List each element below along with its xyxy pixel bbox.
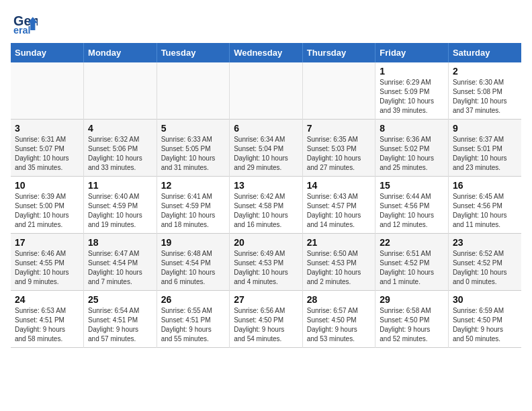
day-info: Sunrise: 6:36 AMSunset: 5:02 PMDaylight:… bbox=[380, 135, 444, 173]
calendar-table: SundayMondayTuesdayWednesdayThursdayFrid… bbox=[11, 43, 521, 348]
calendar-cell: 20Sunrise: 6:49 AMSunset: 4:53 PMDayligh… bbox=[230, 234, 303, 291]
day-info: Sunrise: 6:44 AMSunset: 4:56 PMDaylight:… bbox=[380, 192, 444, 230]
calendar-cell: 27Sunrise: 6:56 AMSunset: 4:50 PMDayligh… bbox=[230, 291, 303, 348]
day-number: 6 bbox=[234, 123, 298, 134]
day-number: 14 bbox=[307, 180, 371, 191]
day-number: 12 bbox=[161, 180, 226, 191]
weekday-header-saturday: Saturday bbox=[448, 43, 521, 62]
calendar-body: 1Sunrise: 6:29 AMSunset: 5:09 PMDaylight… bbox=[11, 62, 521, 348]
day-number: 4 bbox=[88, 123, 152, 134]
day-info: Sunrise: 6:29 AMSunset: 5:09 PMDaylight:… bbox=[380, 78, 444, 116]
day-info: Sunrise: 6:37 AMSunset: 5:01 PMDaylight:… bbox=[453, 135, 517, 173]
calendar-cell: 15Sunrise: 6:44 AMSunset: 4:56 PMDayligh… bbox=[375, 177, 449, 234]
calendar-cell: 16Sunrise: 6:45 AMSunset: 4:56 PMDayligh… bbox=[448, 177, 521, 234]
day-number: 15 bbox=[380, 180, 444, 191]
day-number: 22 bbox=[380, 237, 444, 248]
day-info: Sunrise: 6:35 AMSunset: 5:03 PMDaylight:… bbox=[307, 135, 371, 173]
weekday-header-tuesday: Tuesday bbox=[157, 43, 230, 62]
day-number: 25 bbox=[88, 294, 152, 305]
day-info: Sunrise: 6:40 AMSunset: 4:59 PMDaylight:… bbox=[88, 192, 152, 230]
weekday-header-sunday: Sunday bbox=[11, 43, 84, 62]
day-info: Sunrise: 6:55 AMSunset: 4:51 PMDaylight:… bbox=[161, 306, 226, 344]
day-info: Sunrise: 6:45 AMSunset: 4:56 PMDaylight:… bbox=[453, 192, 517, 230]
calendar-cell: 8Sunrise: 6:36 AMSunset: 5:02 PMDaylight… bbox=[375, 120, 449, 177]
day-info: Sunrise: 6:46 AMSunset: 4:55 PMDaylight:… bbox=[15, 249, 79, 287]
day-number: 21 bbox=[307, 237, 371, 248]
day-info: Sunrise: 6:59 AMSunset: 4:50 PMDaylight:… bbox=[453, 306, 517, 344]
calendar-week-5: 24Sunrise: 6:53 AMSunset: 4:51 PMDayligh… bbox=[11, 291, 521, 348]
day-info: Sunrise: 6:58 AMSunset: 4:50 PMDaylight:… bbox=[380, 306, 444, 344]
calendar-week-3: 10Sunrise: 6:39 AMSunset: 5:00 PMDayligh… bbox=[11, 177, 521, 234]
calendar-cell: 24Sunrise: 6:53 AMSunset: 4:51 PMDayligh… bbox=[11, 291, 84, 348]
day-info: Sunrise: 6:56 AMSunset: 4:50 PMDaylight:… bbox=[234, 306, 298, 344]
calendar-cell: 14Sunrise: 6:43 AMSunset: 4:57 PMDayligh… bbox=[302, 177, 375, 234]
calendar-cell: 10Sunrise: 6:39 AMSunset: 5:00 PMDayligh… bbox=[11, 177, 84, 234]
day-number: 27 bbox=[234, 294, 298, 305]
logo: Gen eral bbox=[13, 12, 40, 36]
calendar-cell: 5Sunrise: 6:33 AMSunset: 5:05 PMDaylight… bbox=[157, 120, 230, 177]
weekday-row: SundayMondayTuesdayWednesdayThursdayFrid… bbox=[11, 43, 521, 62]
weekday-header-friday: Friday bbox=[375, 43, 449, 62]
day-info: Sunrise: 6:54 AMSunset: 4:51 PMDaylight:… bbox=[88, 306, 152, 344]
day-number: 19 bbox=[161, 237, 226, 248]
day-number: 20 bbox=[234, 237, 298, 248]
day-info: Sunrise: 6:34 AMSunset: 5:04 PMDaylight:… bbox=[234, 135, 298, 173]
calendar-cell: 1Sunrise: 6:29 AMSunset: 5:09 PMDaylight… bbox=[375, 62, 449, 120]
day-info: Sunrise: 6:33 AMSunset: 5:05 PMDaylight:… bbox=[161, 135, 226, 173]
day-info: Sunrise: 6:31 AMSunset: 5:07 PMDaylight:… bbox=[15, 135, 79, 173]
calendar-cell: 6Sunrise: 6:34 AMSunset: 5:04 PMDaylight… bbox=[230, 120, 303, 177]
logo-icon: Gen eral bbox=[13, 12, 38, 36]
day-info: Sunrise: 6:30 AMSunset: 5:08 PMDaylight:… bbox=[453, 78, 517, 116]
calendar-cell bbox=[157, 62, 230, 120]
day-number: 26 bbox=[161, 294, 226, 305]
day-info: Sunrise: 6:51 AMSunset: 4:52 PMDaylight:… bbox=[380, 249, 444, 287]
day-number: 29 bbox=[380, 294, 444, 305]
calendar-cell: 7Sunrise: 6:35 AMSunset: 5:03 PMDaylight… bbox=[302, 120, 375, 177]
calendar-cell bbox=[11, 62, 84, 120]
day-number: 10 bbox=[15, 180, 79, 191]
day-number: 17 bbox=[15, 237, 79, 248]
calendar-cell: 29Sunrise: 6:58 AMSunset: 4:50 PMDayligh… bbox=[375, 291, 449, 348]
day-number: 28 bbox=[307, 294, 371, 305]
day-number: 9 bbox=[453, 123, 517, 134]
day-number: 1 bbox=[380, 66, 444, 77]
day-info: Sunrise: 6:42 AMSunset: 4:58 PMDaylight:… bbox=[234, 192, 298, 230]
day-number: 13 bbox=[234, 180, 298, 191]
day-info: Sunrise: 6:43 AMSunset: 4:57 PMDaylight:… bbox=[307, 192, 371, 230]
calendar-header: SundayMondayTuesdayWednesdayThursdayFrid… bbox=[11, 43, 521, 62]
calendar-cell: 13Sunrise: 6:42 AMSunset: 4:58 PMDayligh… bbox=[230, 177, 303, 234]
day-number: 23 bbox=[453, 237, 517, 248]
day-number: 16 bbox=[453, 180, 517, 191]
day-info: Sunrise: 6:49 AMSunset: 4:53 PMDaylight:… bbox=[234, 249, 298, 287]
calendar-week-1: 1Sunrise: 6:29 AMSunset: 5:09 PMDaylight… bbox=[11, 62, 521, 120]
day-info: Sunrise: 6:52 AMSunset: 4:52 PMDaylight:… bbox=[453, 249, 517, 287]
calendar-cell: 17Sunrise: 6:46 AMSunset: 4:55 PMDayligh… bbox=[11, 234, 84, 291]
day-info: Sunrise: 6:47 AMSunset: 4:54 PMDaylight:… bbox=[88, 249, 152, 287]
svg-text:eral: eral bbox=[13, 25, 31, 36]
weekday-header-monday: Monday bbox=[84, 43, 157, 62]
calendar-cell: 28Sunrise: 6:57 AMSunset: 4:50 PMDayligh… bbox=[302, 291, 375, 348]
day-number: 5 bbox=[161, 123, 226, 134]
calendar-cell: 2Sunrise: 6:30 AMSunset: 5:08 PMDaylight… bbox=[448, 62, 521, 120]
calendar-cell: 11Sunrise: 6:40 AMSunset: 4:59 PMDayligh… bbox=[84, 177, 157, 234]
day-number: 30 bbox=[453, 294, 517, 305]
day-info: Sunrise: 6:50 AMSunset: 4:53 PMDaylight:… bbox=[307, 249, 371, 287]
calendar-container: SundayMondayTuesdayWednesdayThursdayFrid… bbox=[0, 43, 532, 348]
calendar-cell: 21Sunrise: 6:50 AMSunset: 4:53 PMDayligh… bbox=[302, 234, 375, 291]
day-info: Sunrise: 6:53 AMSunset: 4:51 PMDaylight:… bbox=[15, 306, 79, 344]
day-number: 11 bbox=[88, 180, 152, 191]
day-info: Sunrise: 6:39 AMSunset: 5:00 PMDaylight:… bbox=[15, 192, 79, 230]
calendar-cell bbox=[230, 62, 303, 120]
day-number: 24 bbox=[15, 294, 79, 305]
day-info: Sunrise: 6:57 AMSunset: 4:50 PMDaylight:… bbox=[307, 306, 371, 344]
calendar-cell: 26Sunrise: 6:55 AMSunset: 4:51 PMDayligh… bbox=[157, 291, 230, 348]
page-header: Gen eral bbox=[0, 0, 532, 43]
calendar-cell: 3Sunrise: 6:31 AMSunset: 5:07 PMDaylight… bbox=[11, 120, 84, 177]
day-info: Sunrise: 6:48 AMSunset: 4:54 PMDaylight:… bbox=[161, 249, 226, 287]
weekday-header-wednesday: Wednesday bbox=[230, 43, 303, 62]
calendar-cell: 30Sunrise: 6:59 AMSunset: 4:50 PMDayligh… bbox=[448, 291, 521, 348]
day-number: 2 bbox=[453, 66, 517, 77]
calendar-cell: 22Sunrise: 6:51 AMSunset: 4:52 PMDayligh… bbox=[375, 234, 449, 291]
calendar-cell bbox=[302, 62, 375, 120]
day-number: 7 bbox=[307, 123, 371, 134]
